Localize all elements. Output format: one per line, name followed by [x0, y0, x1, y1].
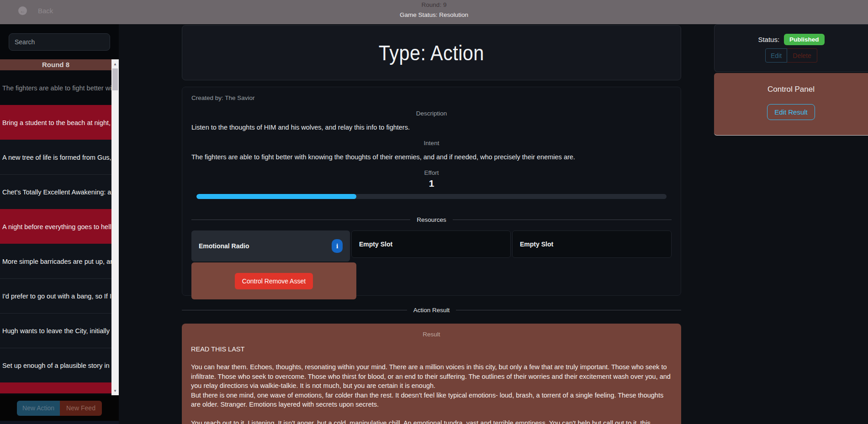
topbar-center: Round: 9 Game Status: Resolution [0, 0, 868, 18]
search-wrap [0, 24, 119, 59]
created-by: Created by: The Savior [191, 94, 672, 101]
list-item[interactable]: A night before everything goes to hell, [0, 209, 111, 244]
list-item-text: Chet's Totally Excellent Awakening: a m [2, 188, 111, 196]
list-item[interactable]: Hugh wants to leave the City, initially … [0, 313, 111, 348]
resources-divider: Resources [191, 216, 672, 223]
list-item[interactable]: More simple barricades are put up, and [0, 244, 111, 278]
info-icon[interactable]: i [332, 239, 343, 253]
slot-label: Empty Slot [520, 241, 553, 248]
list-item-text: Set up enough of a plausible story in D [2, 362, 111, 369]
new-action-button[interactable]: New Action [17, 401, 60, 416]
round-indicator: Round: 9 [0, 1, 868, 8]
description-label: Description [191, 110, 672, 117]
action-result-label: Action Result [413, 307, 450, 314]
list-item[interactable]: I'd prefer to go out with a bang, so If … [0, 278, 111, 313]
sidebar-footer: New Action New Feed [0, 395, 119, 421]
result-label: Result [191, 331, 672, 338]
resource-slots-row: Emotional RadioiEmpty SlotEmpty Slot [191, 230, 672, 262]
list-item-text: A new tree of life is formed from Gus, e [2, 154, 111, 161]
feed-list: The fighters are able to fight better wi… [0, 70, 111, 393]
slot-label: Empty Slot [359, 241, 392, 248]
control-panel-title: Control Panel [767, 85, 815, 94]
list-item-text: The fighters are able to fight better wi… [2, 84, 111, 92]
resources-label: Resources [417, 216, 446, 223]
scroll-up-icon[interactable]: ▲ [111, 60, 119, 68]
list-item-text: A night before everything goes to hell, [2, 223, 111, 230]
status-card: Status: Published Edit Delete [714, 24, 868, 72]
control-panel-card: Control Panel Edit Result [714, 73, 868, 136]
top-bar: ← Back Round: 9 Game Status: Resolution [0, 0, 868, 24]
result-paragraph-1: You can hear them. Echoes, thoughts, res… [191, 362, 672, 409]
result-heading: READ THIS LAST [191, 345, 672, 353]
delete-button[interactable]: Delete [787, 48, 817, 63]
effort-label: Effort [191, 169, 672, 176]
list-item[interactable]: Chet's Totally Excellent Awakening: a m [0, 174, 111, 209]
list-item[interactable]: Set up enough of a plausible story in D [0, 348, 111, 382]
resource-slot-empty[interactable]: Empty Slot [351, 230, 511, 258]
game-status-indicator: Game Status: Resolution [0, 11, 868, 18]
feed-scroll-region: Round 8 The fighters are able to fight b… [0, 59, 119, 395]
edit-result-button[interactable]: Edit Result [767, 104, 815, 120]
effort-progress-fill [196, 194, 356, 199]
list-item[interactable]: The fighters are able to fight better wi… [0, 70, 111, 105]
sidebar-bottom-strip [0, 421, 119, 424]
round-header: Round 8 [0, 59, 111, 70]
list-item-text: I'd prefer to go out with a bang, so If … [2, 293, 111, 300]
intent-label: Intent [191, 140, 672, 147]
status-badge: Published [784, 34, 825, 45]
resource-slot-empty[interactable]: Empty Slot [512, 230, 672, 258]
action-result-divider: Action Result [182, 307, 681, 314]
resource-slot-filled[interactable]: Emotional Radioi [191, 230, 350, 262]
scrollbar-thumb[interactable] [112, 68, 118, 90]
search-input[interactable] [9, 33, 110, 51]
status-row: Status: Published [758, 34, 824, 45]
edit-delete-group: Edit Delete [765, 48, 817, 63]
list-item[interactable]: Bring a student to the beach at night, a [0, 105, 111, 140]
sidebar-scrollbar[interactable]: ▲ ▼ [111, 59, 119, 395]
status-label: Status: [758, 36, 779, 43]
asset-control-panel: Control Remove Asset [191, 262, 356, 299]
intent-text: The fighters are able to fight better wi… [191, 153, 672, 161]
new-feed-button[interactable]: New Feed [60, 401, 102, 416]
left-sidebar: Round 8 The fighters are able to fight b… [0, 24, 119, 424]
action-result-card: Result READ THIS LAST You can hear them.… [182, 324, 681, 424]
slot-label: Emotional Radio [199, 242, 249, 250]
list-item-text: Bring a student to the beach at night, a [2, 119, 111, 126]
description-text: Listen to the thoughts of HIM and his wo… [191, 124, 672, 131]
action-details-card: Created by: The Savior Description Liste… [182, 87, 681, 296]
list-item-text: Hugh wants to leave the City, initially … [2, 327, 111, 335]
scroll-down-icon[interactable]: ▼ [111, 387, 119, 394]
list-item[interactable]: A new tree of life is formed from Gus, e [0, 140, 111, 174]
remove-asset-button[interactable]: Control Remove Asset [235, 273, 313, 289]
list-item-text: More simple barricades are put up, and [2, 258, 111, 265]
effort-value: 1 [191, 178, 672, 189]
edit-button[interactable]: Edit [765, 48, 787, 63]
page-title: Type: Action [379, 41, 484, 65]
type-title-card: Type: Action [182, 25, 681, 80]
result-paragraph-2: You reach out to it. Listening. It isn't… [191, 419, 672, 424]
list-item[interactable] [0, 382, 111, 393]
effort-progress-bar [196, 194, 667, 199]
